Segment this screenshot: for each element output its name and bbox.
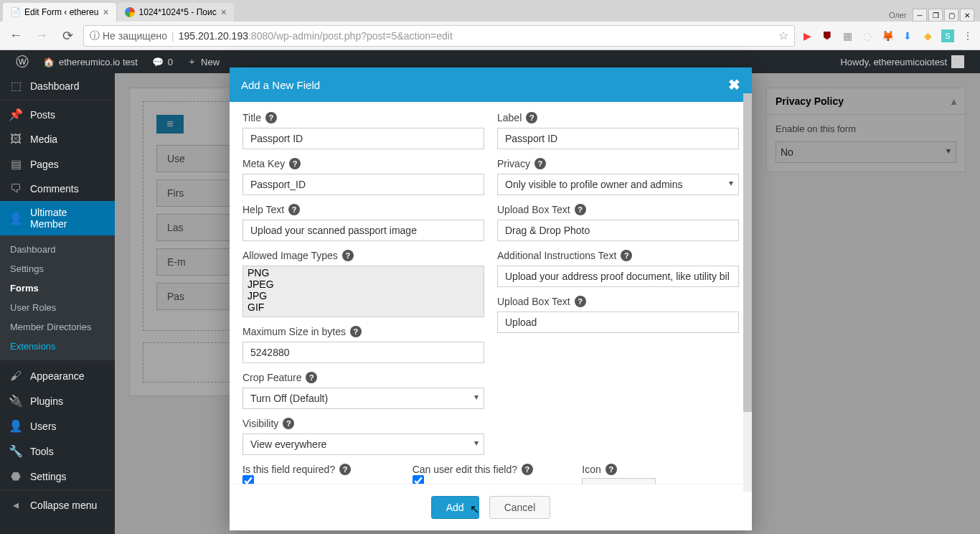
field-label: Allowed Image Types?: [242, 250, 484, 261]
wordpress-logo-icon[interactable]: ⓦ: [9, 50, 36, 73]
maxsize-input[interactable]: [242, 342, 484, 363]
metakey-input[interactable]: [242, 174, 484, 195]
submenu-item-extensions[interactable]: Extensions: [0, 337, 115, 356]
help-icon[interactable]: ?: [534, 158, 546, 169]
pages-icon: ▤: [9, 157, 23, 171]
sidebar-item-ultimate-member[interactable]: 👤Ultimate Member: [0, 201, 115, 235]
help-icon[interactable]: ?: [289, 158, 301, 169]
ext-icon[interactable]: ◌: [861, 29, 874, 42]
minimize-button[interactable]: ─: [913, 9, 927, 22]
comments-link[interactable]: 💬 0: [145, 50, 180, 73]
submenu-item[interactable]: Settings: [0, 259, 115, 278]
forward-button[interactable]: →: [32, 26, 52, 46]
url-input[interactable]: ⓘ Не защищено | 195.201.20.193:8080/wp-a…: [83, 25, 795, 47]
additional-instructions-input[interactable]: [497, 266, 739, 287]
help-icon[interactable]: ?: [526, 112, 537, 123]
user-icon: 👤: [9, 212, 23, 225]
new-content-link[interactable]: ＋ New: [180, 50, 227, 73]
help-icon[interactable]: ?: [288, 204, 300, 215]
image-types-multiselect[interactable]: PNG JPEG JPG GIF: [242, 266, 484, 317]
field-label: Visibility?: [242, 418, 484, 429]
howdy-user[interactable]: Howdy, ethereumicoiotest: [833, 50, 971, 73]
insecure-icon: ⓘ Не защищено: [90, 29, 167, 42]
modal-header: Add a New Field ✖: [230, 67, 752, 102]
title-input[interactable]: [242, 128, 484, 149]
submenu-item[interactable]: Dashboard: [0, 240, 115, 259]
help-icon[interactable]: ?: [575, 204, 586, 215]
collapse-icon: ◂: [9, 498, 23, 512]
sidebar-item-pages[interactable]: ▤Pages: [0, 151, 115, 177]
help-icon[interactable]: ?: [265, 112, 277, 123]
visibility-select[interactable]: View everywhere: [242, 434, 484, 455]
sidebar-item-appearance[interactable]: 🖌Appearance: [0, 364, 115, 388]
help-icon[interactable]: ?: [575, 296, 586, 307]
close-icon[interactable]: ✖: [728, 76, 740, 93]
sidebar-item-media[interactable]: 🖾Media: [0, 127, 115, 151]
ext-icon[interactable]: ⬇: [901, 29, 914, 42]
submenu-item-forms[interactable]: Forms: [0, 278, 115, 298]
help-icon[interactable]: ?: [342, 250, 354, 261]
add-button[interactable]: Add: [431, 496, 479, 519]
browser-tab[interactable]: 📄 Edit Form ‹ ethereu ×: [3, 3, 116, 22]
crop-select[interactable]: Turn Off (Default): [242, 388, 484, 409]
editable-checkbox[interactable]: [413, 475, 424, 484]
reload-button[interactable]: ⟳: [57, 26, 77, 46]
uploadbox2-input[interactable]: [497, 312, 739, 333]
help-icon[interactable]: ?: [339, 464, 351, 475]
cancel-button[interactable]: Cancel: [489, 496, 551, 519]
browser-chrome: 📄 Edit Form ‹ ethereu × 1024*1024*5 - По…: [0, 0, 980, 50]
restore-button[interactable]: ❐: [928, 9, 943, 22]
help-icon[interactable]: ?: [283, 418, 294, 429]
helptext-input[interactable]: [242, 220, 484, 241]
field-label: Privacy?: [497, 158, 739, 169]
maximize-button[interactable]: ▢: [944, 9, 958, 22]
field-label: Crop Feature?: [242, 372, 484, 383]
scrollbar[interactable]: [743, 93, 752, 492]
bookmark-icon[interactable]: ☆: [778, 29, 788, 42]
close-icon[interactable]: ×: [221, 6, 227, 18]
choose-icon-button[interactable]: Choose Icon: [582, 478, 656, 484]
required-checkbox[interactable]: [242, 475, 254, 484]
back-button[interactable]: ←: [6, 26, 26, 46]
site-name-link[interactable]: 🏠 ethereumico.io test: [36, 50, 145, 73]
collapse-menu[interactable]: ◂Collapse menu: [0, 492, 115, 517]
extension-icons: ▶ ⛊ ▦ ◌ 🦊 ⬇ ◆ S ⋮: [801, 29, 974, 42]
wp-admin-sidebar: ⬚Dashboard 📌Posts 🖾Media ▤Pages 🗨Comment…: [0, 73, 115, 534]
sidebar-item-users[interactable]: 👤Users: [0, 413, 115, 439]
ext-icon[interactable]: ▦: [841, 29, 854, 42]
metamask-icon[interactable]: 🦊: [881, 29, 894, 42]
help-icon[interactable]: ?: [606, 464, 617, 475]
help-icon[interactable]: ?: [306, 372, 317, 383]
ext-icon[interactable]: ▶: [801, 29, 814, 42]
sidebar-item-posts[interactable]: 📌Posts: [0, 102, 115, 127]
users-icon: 👤: [9, 419, 23, 433]
modal-body: Title? Meta Key? Help Text? Allowed Imag…: [230, 102, 752, 484]
label-input[interactable]: [497, 128, 739, 149]
submenu-item[interactable]: Member Directories: [0, 317, 115, 337]
sidebar-item-dashboard[interactable]: ⬚Dashboard: [0, 73, 115, 98]
close-icon[interactable]: ×: [103, 6, 108, 18]
ext-icon[interactable]: S: [941, 29, 954, 42]
tab-title: 1024*1024*5 - Поис: [139, 7, 217, 17]
field-label: Additional Instructions Text?: [497, 250, 739, 261]
binance-icon[interactable]: ◆: [921, 29, 934, 42]
submenu-item[interactable]: User Roles: [0, 298, 115, 317]
help-icon[interactable]: ?: [621, 250, 632, 261]
field-label: Maximum Size in bytes?: [242, 326, 484, 337]
field-label: Icon?: [582, 464, 739, 475]
sidebar-item-plugins[interactable]: 🔌Plugins: [0, 388, 115, 413]
field-label: Upload Box Text?: [497, 296, 739, 307]
ublock-icon[interactable]: ⛊: [821, 29, 834, 42]
uploadbox-input[interactable]: [497, 220, 739, 241]
dashboard-icon: ⬚: [9, 79, 23, 93]
sidebar-item-comments[interactable]: 🗨Comments: [0, 177, 115, 201]
sidebar-item-settings[interactable]: ⬣Settings: [0, 464, 115, 489]
sidebar-item-tools[interactable]: 🔧Tools: [0, 439, 115, 464]
menu-icon[interactable]: ⋮: [961, 29, 974, 42]
close-button[interactable]: ✕: [960, 9, 974, 22]
help-icon[interactable]: ?: [522, 464, 533, 475]
privacy-select[interactable]: Only visible to profile owner and admins: [497, 174, 739, 195]
browser-tab[interactable]: 1024*1024*5 - Поис ×: [118, 3, 234, 22]
pin-icon: 📌: [9, 108, 23, 121]
help-icon[interactable]: ?: [350, 326, 362, 337]
